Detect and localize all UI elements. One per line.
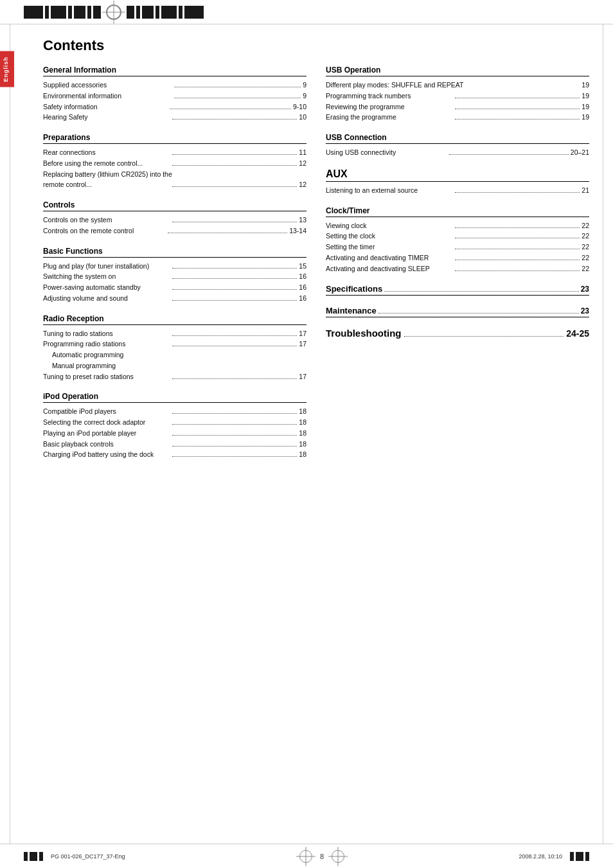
toc-dots xyxy=(172,413,297,414)
section-usb-operation: USB Operation Different play modes: SHUF… xyxy=(326,66,589,123)
section-troubleshooting: Troubleshooting 24-25 xyxy=(326,328,589,339)
section-radio-reception: Radio Reception Tuning to radio stations… xyxy=(43,314,306,382)
toc-dots xyxy=(172,446,297,447)
toc-dots xyxy=(172,222,297,222)
section-aux: AUX Listening to an external source 21 xyxy=(326,168,589,196)
toc-entry: Plug and play (for tuner installation) 1… xyxy=(43,261,306,272)
bottom-left-group: PG 001-026_DC177_37-Eng xyxy=(24,852,125,861)
toc-entry: Hearing Safety 10 xyxy=(43,112,306,123)
toc-label: Before using the remote control... xyxy=(43,159,170,169)
toc-label: Charging iPod battery using the dock xyxy=(43,450,170,460)
toc-entry: Controls on the remote control 13-14 xyxy=(43,226,306,236)
toc-label: Viewing clock xyxy=(326,221,453,231)
toc-dots xyxy=(172,289,297,290)
toc-entry: Different play modes: SHUFFLE and REPEAT… xyxy=(326,80,589,91)
toc-dots xyxy=(172,300,297,301)
toc-label: Manual programming xyxy=(43,361,306,371)
bar-block xyxy=(51,6,66,19)
toc-entry: Before using the remote control... 12 xyxy=(43,159,306,169)
section-ipod-operation: iPod Operation Compatible iPod players 1… xyxy=(43,392,306,460)
toc-entry: Tuning to radio stations 17 xyxy=(43,329,306,339)
bar-block xyxy=(24,6,43,19)
trouble-label: Troubleshooting xyxy=(326,328,402,339)
toc-dots xyxy=(172,154,297,155)
toc-entry: Tuning to preset radio stations 17 xyxy=(43,372,306,382)
bottom-right-bars xyxy=(570,852,589,861)
bold-entry-page: 23 xyxy=(581,306,589,315)
bottom-page-number: 8 xyxy=(320,853,324,860)
toc-entry: Automatic programming xyxy=(43,350,306,360)
section-title-controls: Controls xyxy=(43,200,306,211)
toc-label: Setting the timer xyxy=(326,242,453,252)
toc-entry: Supplied accessories 9 xyxy=(43,80,306,91)
toc-dots xyxy=(172,119,297,120)
toc-label: Environmental information xyxy=(43,91,172,102)
toc-page: 16 xyxy=(299,272,306,282)
toc-entry: Safety information 9-10 xyxy=(43,102,306,112)
top-decoration-bar xyxy=(0,0,613,24)
bar-block xyxy=(142,6,154,19)
toc-page: 18 xyxy=(299,439,306,450)
toc-page: 22 xyxy=(582,264,589,274)
toc-entry: Activating and deactivating TIMER 22 xyxy=(326,253,589,263)
right-bar-group xyxy=(127,6,204,19)
toc-label: Programming radio stations xyxy=(43,339,170,350)
toc-dots xyxy=(172,335,297,336)
toc-page: 12 xyxy=(299,180,306,190)
toc-entry: Programming radio stations 17 xyxy=(43,339,306,350)
toc-dots xyxy=(455,270,580,271)
toc-label: Listening to an external source xyxy=(326,186,453,196)
bar-block xyxy=(68,6,72,19)
toc-page: 19 xyxy=(582,91,589,102)
toc-entry: Viewing clock 22 xyxy=(326,221,589,231)
toc-page: 13-14 xyxy=(289,226,306,236)
bar-block xyxy=(45,6,49,19)
section-preparations: Preparations Rear connections 11 Before … xyxy=(43,133,306,190)
toc-dots xyxy=(455,249,580,249)
toc-dots xyxy=(170,109,292,109)
toc-entry: Erasing the programme 19 xyxy=(326,112,589,123)
toc-dots xyxy=(384,291,579,292)
toc-page: 17 xyxy=(299,329,306,339)
toc-dots xyxy=(172,278,297,279)
toc-label: Erasing the programme xyxy=(326,112,453,123)
toc-entry: Activating and deactivating SLEEP 22 xyxy=(326,264,589,274)
section-title-usb-connection: USB Connection xyxy=(326,133,589,144)
section-controls: Controls Controls on the system 13 Contr… xyxy=(43,200,306,236)
bold-entry-page: 23 xyxy=(581,285,589,294)
toc-label: Hearing Safety xyxy=(43,112,170,123)
right-column: USB Operation Different play modes: SHUF… xyxy=(326,66,589,470)
toc-page: 16 xyxy=(299,283,306,293)
toc-label: Tuning to radio stations xyxy=(43,329,170,339)
toc-page: 17 xyxy=(299,339,306,350)
bar-block xyxy=(87,6,91,19)
toc-entry: Manual programming xyxy=(43,361,306,371)
bottom-date: 2008.2.28, 10:10 xyxy=(519,853,562,860)
toc-label: Playing an iPod portable player xyxy=(43,429,170,439)
section-title-usb-operation: USB Operation xyxy=(326,66,589,76)
toc-content: General Information Supplied accessories… xyxy=(43,66,589,470)
toc-label: Rear connections xyxy=(43,148,170,158)
bottom-left-bars xyxy=(24,852,43,861)
bar-block xyxy=(24,852,28,861)
section-usb-connection: USB Connection Using USB connectivity 20… xyxy=(326,133,589,158)
toc-entry: Setting the clock 22 xyxy=(326,231,589,242)
toc-label: Adjusting volume and sound xyxy=(43,294,170,304)
toc-dots xyxy=(455,227,580,228)
bar-block xyxy=(30,852,37,861)
page-title: Contents xyxy=(43,37,589,54)
toc-page: 11 xyxy=(299,148,306,158)
bar-block xyxy=(576,852,583,861)
toc-label: Controls on the system xyxy=(43,215,170,226)
section-title-ipod-operation: iPod Operation xyxy=(43,392,306,403)
toc-dots xyxy=(174,98,301,98)
bar-block xyxy=(570,852,574,861)
toc-entry: Setting the timer 22 xyxy=(326,242,589,252)
toc-entry: Using USB connectivity 20–21 xyxy=(326,148,589,158)
toc-dots xyxy=(455,260,580,260)
toc-label: Safety information xyxy=(43,102,168,112)
bottom-bar: PG 001-026_DC177_37-Eng 8 2008.2.28, 10:… xyxy=(0,844,613,868)
toc-label: Reviewing the programme xyxy=(326,102,453,112)
section-maintenance: Maintenance 23 xyxy=(326,306,589,317)
toc-dots xyxy=(449,154,568,155)
